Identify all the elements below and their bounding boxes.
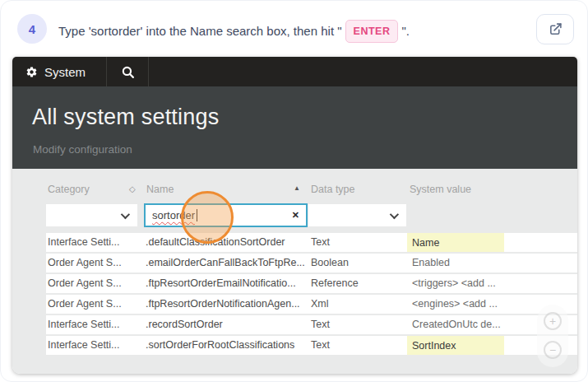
cell-name: .emailOrderCanFallBackToFtpRe... (146, 257, 305, 268)
page-title: All system settings (32, 105, 219, 130)
column-header-system-value[interactable]: System value (410, 184, 471, 195)
table-rows: Interface Setti... .defaultClassificatio… (46, 233, 577, 356)
sort-diamond-icon[interactable]: ◇ (129, 184, 136, 193)
cell-name: .ftpResortOrderNotificationAgen... (146, 298, 300, 310)
step-number-badge: 4 (17, 14, 47, 44)
gear-icon (25, 66, 38, 78)
zoom-out-icon[interactable]: − (544, 341, 562, 359)
table-row[interactable]: Interface Setti... .defaultClassificatio… (46, 233, 577, 252)
text-caret (197, 209, 197, 221)
enter-key-badge: ENTER (345, 20, 399, 43)
instruction-text-prefix: Type 'sortorder' into the Name search bo… (58, 24, 342, 38)
cell-category: Interface Setti... (48, 236, 120, 248)
chevron-down-icon (390, 209, 399, 218)
cell-category: Interface Setti... (48, 319, 120, 330)
cell-system-value: CreatedOnUtc de... (412, 319, 501, 330)
column-header-category[interactable]: Category (48, 184, 90, 195)
column-header-data-type[interactable]: Data type (311, 184, 355, 195)
cell-system-value: <engines> <add ... (412, 298, 498, 310)
external-link-icon (549, 22, 563, 36)
settings-table-area: Category ◇ Name ▲ Data type System value… (12, 169, 577, 374)
app-navbar: System (12, 57, 577, 86)
cell-category: Interface Setti... (48, 339, 120, 351)
cell-category: Order Agent S... (48, 277, 122, 289)
cell-name: .recordSortOrder (146, 319, 223, 330)
nav-system-label: System (44, 65, 86, 79)
chevron-down-icon (121, 209, 130, 218)
zoom-controls-overlay: + − (537, 305, 568, 367)
nav-search-button[interactable] (106, 57, 149, 86)
table-header-row: Category ◇ Name ▲ Data type System value (12, 184, 577, 197)
cell-name: .sortOrderForRootClassifications (146, 339, 294, 351)
cell-data-type: Text (311, 236, 330, 248)
app-screenshot: System All system settings Modify config… (12, 57, 577, 374)
instruction-text-suffix: ". (401, 24, 410, 38)
table-row[interactable]: Interface Setti... .recordSortOrder Text… (46, 315, 577, 334)
cell-system-value: <triggers> <add ... (412, 277, 496, 289)
clear-filter-icon[interactable]: ✕ (292, 210, 299, 221)
cell-category: Order Agent S... (48, 257, 122, 268)
cell-data-type: Text (311, 339, 330, 351)
category-filter-select[interactable] (46, 204, 137, 226)
cell-system-value-highlighted: Name (407, 233, 504, 252)
page-subtitle: Modify configuration (33, 143, 132, 156)
table-row[interactable]: Order Agent S... .ftpResortOrderEmailNot… (46, 274, 577, 293)
name-filter-value: sortorder (152, 209, 195, 221)
zoom-in-icon[interactable]: + (544, 312, 562, 330)
cell-category: Order Agent S... (48, 298, 122, 310)
table-row[interactable]: Order Agent S... .emailOrderCanFallBackT… (46, 254, 577, 273)
table-row[interactable]: Order Agent S... .ftpResortOrderNotifica… (46, 295, 577, 314)
cell-name: .ftpResortOrderEmailNotificatio... (146, 277, 296, 289)
column-header-name[interactable]: Name (146, 184, 174, 195)
cell-data-type: Text (311, 319, 330, 330)
open-external-button[interactable] (536, 14, 574, 44)
table-row[interactable]: Interface Setti... .sortOrderForRootClas… (46, 336, 577, 355)
search-icon (121, 65, 135, 79)
data-type-filter-select[interactable] (308, 204, 406, 226)
sort-ascending-icon[interactable]: ▲ (294, 184, 300, 192)
cell-system-value: Enabled (412, 257, 450, 268)
cell-data-type: Reference (311, 277, 359, 289)
step-instruction: Type 'sortorder' into the Name search bo… (58, 20, 525, 43)
cell-system-value-highlighted: SortIndex (407, 336, 504, 355)
table-filter-row: sortorder ✕ (12, 204, 577, 226)
app-page-header: All system settings Modify configuration (12, 86, 577, 169)
cell-name: .defaultClassificationSortOrder (146, 236, 285, 248)
name-filter-input[interactable]: sortorder ✕ (144, 203, 308, 227)
nav-system-menu[interactable]: System (12, 57, 106, 86)
cell-data-type: Boolean (311, 257, 349, 268)
tutorial-step-card: 4 Type 'sortorder' into the Name search … (0, 0, 588, 382)
cell-data-type: Xml (311, 298, 329, 310)
